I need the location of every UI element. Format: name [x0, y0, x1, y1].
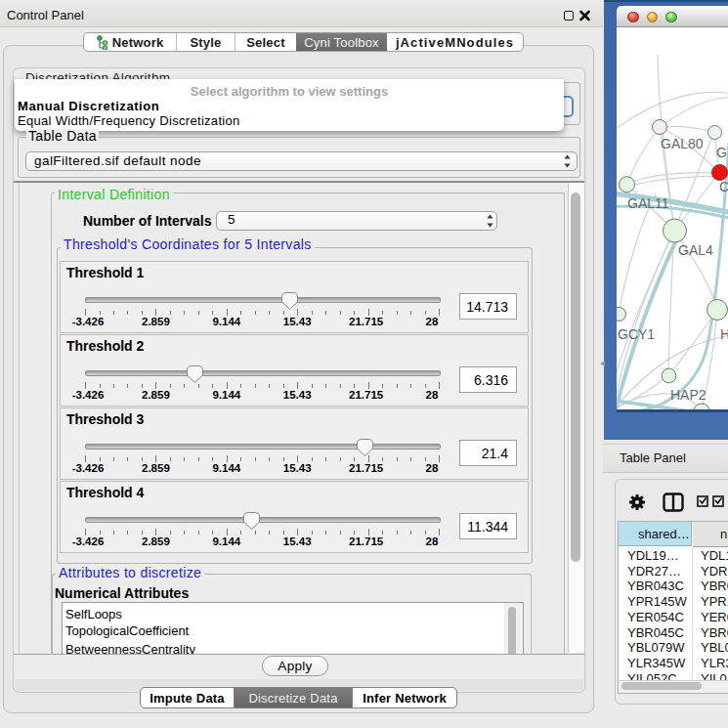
svg-text:HAP2: HAP2	[670, 387, 707, 403]
svg-text:GCY1: GCY1	[618, 326, 655, 342]
svg-text:C: C	[719, 179, 728, 194]
svg-text:GAL11: GAL11	[627, 195, 669, 211]
svg-text:GAL80: GAL80	[661, 136, 704, 151]
svg-text:G.: G.	[716, 145, 728, 160]
svg-text:GAL4: GAL4	[678, 242, 713, 258]
svg-text:H: H	[720, 326, 728, 342]
